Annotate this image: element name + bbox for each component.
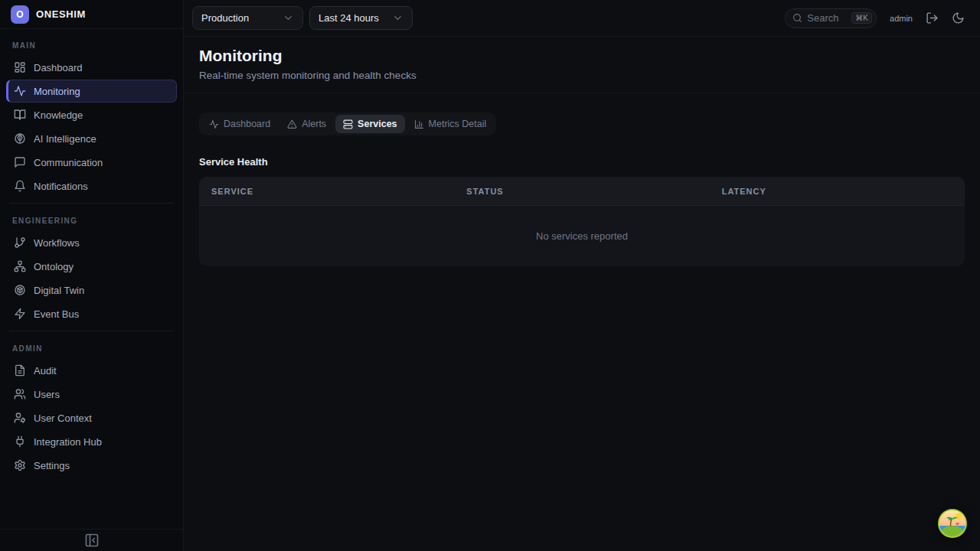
bell-icon [14,180,26,192]
tab-services[interactable]: Services [335,115,404,133]
time-range-select[interactable]: Last 24 hours [309,6,413,30]
sidebar-item-label: Dashboard [34,62,83,73]
message-square-icon [14,156,26,168]
gear-icon [14,459,26,471]
column-header-status: STATUS [454,187,709,196]
search-shortcut-badge: ⌘K [851,12,872,24]
island-widget-button[interactable] [937,508,968,539]
tab-alerts[interactable]: Alerts [279,115,334,133]
sidebar-item-event-bus[interactable]: Event Bus [6,302,177,325]
sidebar-item-knowledge[interactable]: Knowledge [6,103,177,126]
book-open-icon [14,109,26,121]
sidebar-item-label: Ontology [34,261,74,272]
logout-icon[interactable] [926,11,939,24]
sidebar-item-label: Integration Hub [34,436,102,448]
sidebar-item-communication[interactable]: Communication [6,151,177,174]
chevron-down-icon [392,12,403,24]
layout-dashboard-icon [14,61,26,73]
sidebar-item-settings[interactable]: Settings [6,454,177,477]
table-empty-state: No services reported [199,206,965,266]
alert-triangle-icon [287,119,297,129]
nav-section-main: MAIN [0,34,183,55]
sidebar-item-label: Event Bus [34,308,79,320]
sidebar-item-label: Knowledge [34,109,83,121]
tab-dashboard[interactable]: Dashboard [201,115,278,133]
sidebar-item-notifications[interactable]: Notifications [6,174,177,197]
plug-icon [14,435,26,448]
tab-label: Metrics Detail [429,119,487,129]
page-content: Dashboard Alerts Services Metrics Detail [184,93,980,551]
app-logo-row: O ONESHIM [0,0,183,29]
users-icon [14,388,26,400]
tab-label: Alerts [302,119,326,129]
page-title: Monitoring [199,47,965,65]
column-header-latency: LATENCY [710,187,965,196]
service-health-table: SERVICE STATUS LATENCY No services repor… [199,177,965,266]
sidebar-item-label: Monitoring [34,86,80,97]
sidebar-item-ontology[interactable]: Ontology [6,255,177,278]
nav-section-admin: ADMIN [0,337,183,358]
activity-icon [14,85,26,97]
search-input[interactable] [807,12,847,24]
zap-icon [14,308,26,320]
user-cog-icon [14,412,26,424]
dark-mode-toggle-icon[interactable] [952,11,965,24]
sidebar-item-label: Digital Twin [34,285,84,296]
page-header: Monitoring Real-time system monitoring a… [184,37,980,93]
tab-label: Dashboard [224,119,270,129]
file-text-icon [14,364,26,377]
main-area: Production Last 24 hours ⌘K admin [184,0,980,551]
sidebar-item-label: User Context [34,412,92,424]
sidebar: O ONESHIM MAIN Dashboard Monitoring Know… [0,0,184,551]
sidebar-item-ai-intelligence[interactable]: AI Intelligence [6,127,177,150]
sidebar-item-monitoring[interactable]: Monitoring [6,80,177,103]
sidebar-item-user-context[interactable]: User Context [6,406,177,429]
app-logo: O [11,5,29,24]
sidebar-footer [0,529,183,551]
git-branch-icon [14,236,26,249]
topbar: Production Last 24 hours ⌘K admin [184,0,980,37]
service-health-heading: Service Health [199,156,965,168]
sidebar-item-label: Audit [34,365,57,377]
search-box[interactable]: ⌘K [785,8,877,28]
tab-label: Services [358,119,397,129]
page-subtitle: Real-time system monitoring and health c… [199,70,965,81]
nav-divider [9,331,174,331]
bar-chart-icon [414,119,424,129]
topbar-right: ⌘K admin [785,8,965,28]
server-icon [343,119,353,129]
desert-island-icon [937,508,968,539]
column-header-service: SERVICE [199,187,454,196]
sidebar-item-label: Users [34,389,60,400]
collapse-sidebar-icon[interactable] [84,533,100,548]
sidebar-item-workflows[interactable]: Workflows [6,231,177,254]
sidebar-item-dashboard[interactable]: Dashboard [6,56,177,79]
sidebar-item-label: Workflows [34,237,80,249]
brain-icon [14,132,26,145]
username-label: admin [890,14,913,23]
sidebar-item-label: Notifications [34,181,88,192]
app-name: ONESHIM [36,8,86,20]
environment-select[interactable]: Production [192,6,303,30]
sidebar-item-digital-twin[interactable]: Digital Twin [6,279,177,302]
search-icon [792,13,802,23]
cube-icon [14,284,26,296]
environment-select-value: Production [201,12,249,24]
tab-metrics-detail[interactable]: Metrics Detail [407,115,495,133]
monitoring-tabs: Dashboard Alerts Services Metrics Detail [199,112,496,135]
sidebar-nav: MAIN Dashboard Monitoring Knowledge AI I… [0,29,183,529]
table-header-row: SERVICE STATUS LATENCY [199,177,965,206]
sidebar-item-audit[interactable]: Audit [6,359,177,382]
sidebar-item-label: AI Intelligence [34,133,96,145]
network-icon [14,260,26,272]
sidebar-item-label: Settings [34,460,70,471]
chevron-down-icon [283,12,294,24]
nav-divider [9,203,174,204]
activity-icon [209,119,219,129]
sidebar-item-integration-hub[interactable]: Integration Hub [6,430,177,453]
nav-section-engineering: ENGINEERING [0,209,183,230]
sidebar-item-users[interactable]: Users [6,383,177,406]
time-range-select-value: Last 24 hours [318,12,379,24]
sidebar-item-label: Communication [34,157,103,168]
